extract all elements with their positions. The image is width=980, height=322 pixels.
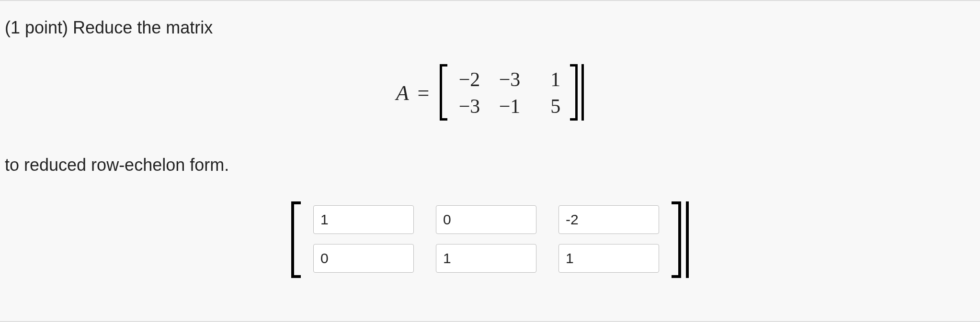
matrix-cells: −2 −3 1 −3 −1 5: [450, 64, 567, 122]
right-bar-icon: [686, 201, 689, 278]
answer-input-r1c2[interactable]: [558, 244, 659, 273]
equals-sign: =: [418, 81, 430, 105]
right-bar-icon: [581, 64, 584, 121]
answer-matrix: [0, 201, 980, 278]
answer-input-r0c2[interactable]: [558, 205, 659, 234]
matrix-cell: −1: [497, 95, 520, 118]
left-bracket-icon: [291, 201, 304, 278]
right-bracket-icon: [567, 64, 578, 121]
answer-input-r0c1[interactable]: [436, 205, 536, 234]
matrix-cell: −3: [497, 68, 520, 91]
matrix-cell: 5: [537, 95, 560, 118]
matrix-cell: −2: [457, 68, 480, 91]
matrix-display: −2 −3 1 −3 −1 5: [440, 64, 584, 122]
matrix-cell: 1: [537, 68, 560, 91]
matrix-cell: −3: [457, 95, 480, 118]
left-bracket-icon: [440, 64, 450, 121]
matrix-label: A: [396, 81, 409, 105]
answer-input-r1c1[interactable]: [436, 244, 536, 273]
answer-input-r1c0[interactable]: [313, 244, 414, 273]
question-suffix: to reduced row-echelon form.: [0, 155, 980, 175]
answer-input-r0c0[interactable]: [313, 205, 414, 234]
right-bracket-icon: [669, 201, 681, 278]
question-prompt: (1 point) Reduce the matrix: [0, 18, 980, 38]
answer-grid: [304, 201, 669, 278]
matrix-equation: A = −2 −3 1 −3 −1 5: [0, 64, 980, 122]
